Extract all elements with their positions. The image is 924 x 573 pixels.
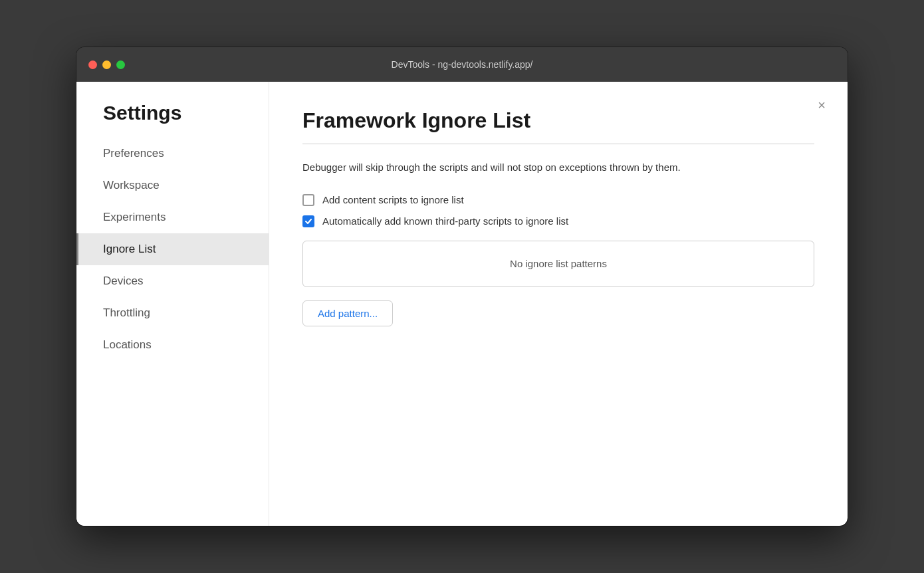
close-button[interactable]: × <box>812 95 832 115</box>
close-traffic-light[interactable] <box>88 60 97 69</box>
checkbox-content-scripts-label[interactable]: Add content scripts to ignore list <box>322 194 464 205</box>
traffic-lights <box>88 60 125 69</box>
checkbox-unchecked-icon <box>302 194 314 206</box>
checkbox-item-third-party: Automatically add known third-party scri… <box>302 215 814 227</box>
sidebar-item-devices[interactable]: Devices <box>76 265 269 297</box>
checkbox-item-content-scripts: Add content scripts to ignore list <box>302 194 814 206</box>
add-pattern-button[interactable]: Add pattern... <box>302 300 393 326</box>
titlebar-title: DevTools - ng-devtools.netlify.app/ <box>392 59 533 70</box>
sidebar: Settings Preferences Workspace Experimen… <box>76 82 269 526</box>
sidebar-item-throttling[interactable]: Throttling <box>76 297 269 329</box>
divider <box>302 144 814 144</box>
main-content: × Framework Ignore List Debugger will sk… <box>269 82 848 526</box>
titlebar: DevTools - ng-devtools.netlify.app/ <box>76 47 848 82</box>
sidebar-item-experiments[interactable]: Experiments <box>76 201 269 233</box>
window-content: Settings Preferences Workspace Experimen… <box>76 82 848 526</box>
page-title: Framework Ignore List <box>302 108 814 133</box>
sidebar-item-workspace[interactable]: Workspace <box>76 170 269 201</box>
window: DevTools - ng-devtools.netlify.app/ Sett… <box>76 47 848 526</box>
description: Debugger will skip through the scripts a… <box>302 160 754 175</box>
checkbox-content-scripts[interactable] <box>302 194 314 206</box>
checkbox-third-party-label[interactable]: Automatically add known third-party scri… <box>322 215 568 227</box>
patterns-box: No ignore list patterns <box>302 241 814 287</box>
patterns-empty-text: No ignore list patterns <box>510 258 607 269</box>
checkbox-checked-icon <box>302 215 314 227</box>
maximize-traffic-light[interactable] <box>116 60 125 69</box>
sidebar-item-preferences[interactable]: Preferences <box>76 138 269 170</box>
sidebar-item-locations[interactable]: Locations <box>76 329 269 361</box>
sidebar-item-ignore-list[interactable]: Ignore List <box>76 233 269 265</box>
minimize-traffic-light[interactable] <box>102 60 111 69</box>
sidebar-heading: Settings <box>76 102 269 124</box>
checkbox-third-party[interactable] <box>302 215 314 227</box>
